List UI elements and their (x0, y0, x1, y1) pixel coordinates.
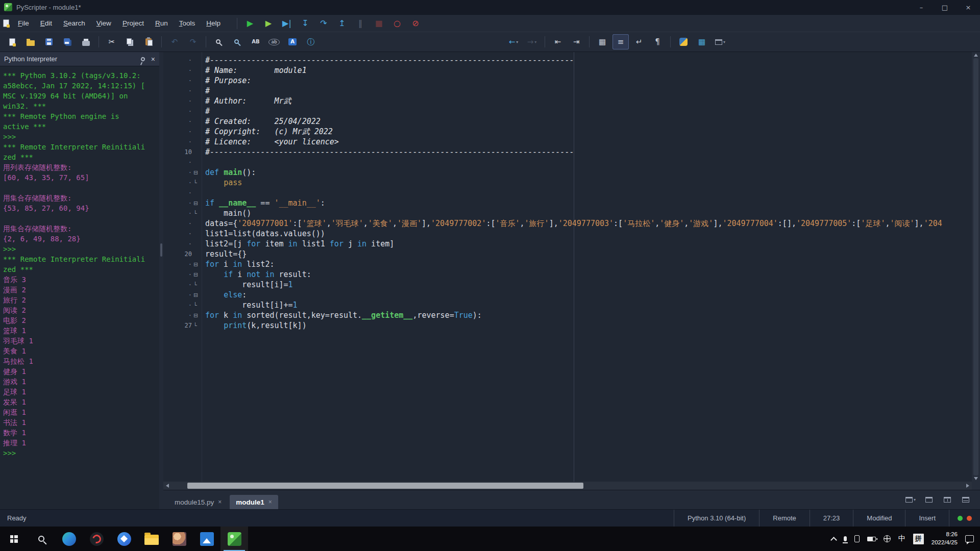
taskbar-pyscripter[interactable] (220, 527, 248, 551)
panel-close-icon[interactable]: × (151, 56, 155, 63)
save-icon[interactable] (41, 34, 57, 49)
code-line: datas={'2049777001':['篮球','羽毛球','美食','漫画… (205, 218, 972, 229)
hscroll-track[interactable] (172, 482, 964, 490)
step-over-icon[interactable]: ↷ (315, 16, 332, 31)
run-icon[interactable]: ▶ (242, 16, 258, 31)
line-numbers-icon[interactable]: ≡ (612, 34, 629, 49)
maximize-button[interactable]: □ (933, 0, 957, 14)
taskbar-photos[interactable] (193, 527, 220, 551)
battery-icon[interactable] (867, 537, 876, 541)
tab-close-icon[interactable]: × (268, 498, 272, 506)
step-into-icon[interactable]: ↧ (297, 16, 313, 31)
file-tabs-menu-icon[interactable]: ▾ (902, 492, 919, 508)
save-all-icon[interactable] (59, 34, 76, 49)
indent-icon[interactable]: ⇥ (568, 34, 584, 49)
browse-back-icon[interactable]: ←▾ (505, 34, 522, 49)
copy-icon[interactable] (122, 34, 138, 49)
word-wrap-icon[interactable]: ↵ (631, 34, 647, 49)
menu-view[interactable]: View (91, 17, 117, 30)
external-run-icon[interactable]: ▶ (260, 16, 277, 31)
fold-end-mark: └ (193, 210, 202, 217)
code-editor[interactable]: ·········10··⊟·└··⊟·└···20·⊟·⊟·└·⊟·└·⊟27… (163, 52, 980, 482)
redo-icon[interactable]: ↷ (185, 34, 201, 49)
new-file-icon[interactable] (4, 34, 20, 49)
notification-center-icon[interactable] (965, 535, 974, 542)
titlebar: PyScripter - module1* –□× (0, 0, 980, 14)
dock-pin-icon[interactable] (140, 56, 145, 62)
menu-project[interactable]: Project (117, 17, 150, 30)
fold-collapse-icon[interactable]: ⊟ (193, 312, 202, 319)
gutter-line: ·⊟ (163, 269, 202, 280)
taskbar-clock[interactable]: 8:26 2022/4/25 (932, 531, 958, 546)
browse-forward-icon[interactable]: →▾ (524, 34, 540, 49)
fold-collapse-icon[interactable]: ⊟ (193, 292, 202, 298)
vertical-scrollbar[interactable] (972, 52, 980, 482)
vscroll-thumb[interactable] (973, 58, 978, 475)
tab-close-icon[interactable]: × (218, 498, 222, 506)
scroll-right-icon[interactable] (964, 482, 972, 490)
tab-module1[interactable]: module1× (230, 495, 278, 509)
layouts-icon[interactable]: ▾ (712, 34, 728, 49)
python-engine-icon[interactable] (675, 34, 692, 49)
taskbar-edge[interactable] (55, 527, 83, 551)
special-chars-icon[interactable]: ▦ (594, 34, 610, 49)
menu-search[interactable]: Search (58, 17, 91, 30)
panel-splitter[interactable] (159, 52, 163, 509)
find-in-files-icon[interactable] (229, 34, 246, 49)
scroll-left-icon[interactable] (163, 482, 172, 490)
ime-indicator[interactable]: 拼 (913, 534, 924, 544)
microphone-icon[interactable] (844, 536, 847, 541)
editor-options-icon[interactable]: ▦ (694, 34, 710, 49)
taskbar-search-button[interactable] (28, 527, 55, 551)
menu-tools[interactable]: Tools (174, 17, 201, 30)
taskbar-photo-app[interactable] (165, 527, 193, 551)
split-editor-horizontal-icon[interactable] (958, 492, 974, 508)
taskbar-app-compass[interactable] (110, 527, 138, 551)
undo-icon[interactable]: ↶ (166, 34, 183, 49)
tab-module15.py[interactable]: module15.py× (168, 495, 228, 509)
interpreter-output[interactable]: *** Python 3.10.2 (tags/v3.10.2:a58ebcc,… (0, 66, 159, 509)
close-button[interactable]: × (957, 0, 980, 14)
info-icon[interactable]: ⓘ (303, 34, 319, 49)
start-button[interactable] (0, 527, 28, 551)
fold-collapse-icon[interactable]: ⊟ (193, 169, 202, 176)
open-file-icon[interactable] (22, 34, 39, 49)
menu-help[interactable]: Help (201, 17, 226, 30)
menu-file[interactable]: File (12, 17, 35, 30)
minimize-button[interactable]: – (910, 0, 933, 14)
split-editor-vertical-icon[interactable] (939, 492, 955, 508)
cut-icon[interactable]: ✂ (104, 34, 120, 49)
scroll-up-icon[interactable] (974, 54, 978, 57)
dedent-icon[interactable]: ⇤ (550, 34, 566, 49)
hscroll-thumb[interactable] (187, 483, 583, 489)
taskbar-app-red[interactable] (83, 527, 110, 551)
debug-icon[interactable]: ▶| (279, 16, 295, 31)
step-out-icon[interactable]: ↥ (334, 16, 350, 31)
fold-collapse-icon[interactable]: ⊟ (193, 271, 202, 278)
pause-icon[interactable]: ‖ (352, 16, 369, 31)
syntax-check-icon[interactable]: A (284, 34, 301, 49)
fold-collapse-icon[interactable]: ⊟ (193, 261, 202, 268)
horizontal-scrollbar[interactable] (163, 482, 972, 490)
code-area[interactable]: #---------------------------------------… (202, 52, 972, 482)
incremental-search-icon[interactable]: ab (266, 34, 282, 49)
stop-icon[interactable]: ■ (371, 16, 387, 31)
language-indicator[interactable]: 中 (898, 534, 905, 543)
tray-expand-icon[interactable] (830, 537, 837, 543)
replace-icon[interactable]: AB (248, 34, 264, 49)
scroll-down-icon[interactable] (974, 477, 978, 480)
menu-run[interactable]: Run (150, 17, 174, 30)
device-icon[interactable] (854, 535, 860, 542)
toggle-breakpoint-icon[interactable]: ○ (389, 16, 405, 31)
taskbar-file-explorer[interactable] (138, 527, 165, 551)
maximize-editor-icon[interactable] (921, 492, 937, 508)
print-icon[interactable] (78, 34, 94, 49)
fold-collapse-icon[interactable]: ⊟ (193, 200, 202, 207)
paste-icon[interactable] (140, 34, 157, 49)
find-icon[interactable] (211, 34, 227, 49)
network-icon[interactable] (884, 535, 891, 542)
show-whitespace-icon[interactable]: ¶ (649, 34, 666, 49)
menu-edit[interactable]: Edit (35, 17, 58, 30)
clear-breakpoints-icon[interactable]: ⊘ (407, 16, 424, 31)
copy-icon (127, 38, 132, 44)
